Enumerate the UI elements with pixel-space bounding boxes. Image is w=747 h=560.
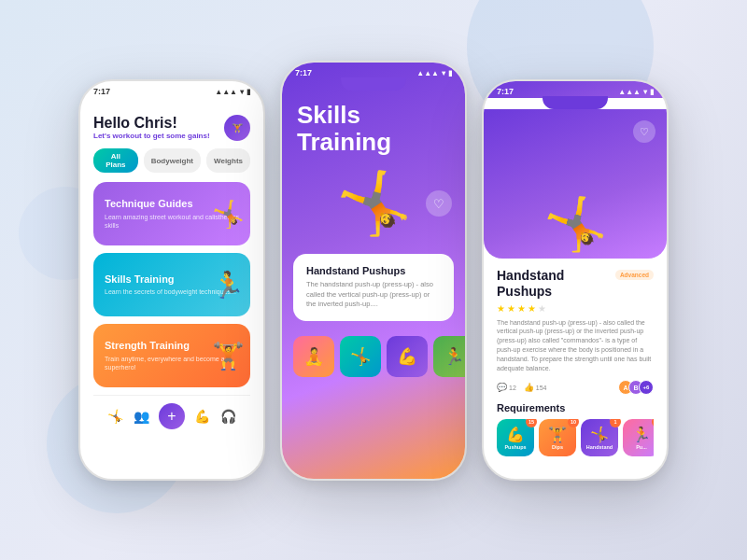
notch-center [341,77,406,91]
requirements-cards: 💪 Pushups 15 🏋 Dips 10 🤸 Handstand 1 🏃 P… [497,419,654,456]
req-handstand-badge: 1 [610,419,621,427]
right-exercise-title: Handstand Pushups [497,268,615,300]
status-icons-center: ▲▲▲ ▾ ▮ [416,69,452,77]
phone-left: 7:17 ▲▲▲ ▾ ▮ Hello Chris! Let's workout [78,79,265,481]
bottom-mini-cards: 🧘 🤸 💪 🏃 🏋 [282,329,465,385]
right-heart-button[interactable]: ♡ [633,120,655,143]
left-phone-content: Hello Chris! Let's workout to get some g… [80,109,263,437]
time-left: 7:17 [93,87,110,96]
nav-social-icon[interactable]: 👥 [134,409,149,424]
wifi-icon-right: ▾ [643,88,647,96]
right-hero-figure: 🤸 [543,194,608,259]
status-icons-left: ▲▲▲ ▾ ▮ [215,88,250,96]
notch-left [139,96,204,109]
engagement-row: 💬 12 👍 154 A B +6 [497,380,654,395]
skills-figure: 🏃 [212,270,245,301]
req-pu-label: Pu... [636,444,647,450]
phone-right: 7:17 ▲▲▲ ▾ ▮ 🤸 ♡ Handstand Pushups Advan… [482,79,669,481]
mini-card-0[interactable]: 🧘 [293,336,334,377]
greeting-subtitle: Let's workout to get some gains! [93,132,210,140]
star-1: ★ [497,303,505,314]
right-body: Handstand Pushups Advanced ★ ★ ★ ★ ★ The… [484,259,667,466]
greeting-title: Hello Chris! [93,115,210,132]
req-pushups-badge: 15 [526,419,537,427]
req-card-pu[interactable]: 🏃 Pu... 15 [623,419,654,456]
time-center: 7:17 [295,68,312,77]
strength-figure: 🏋 [212,341,245,371]
req-pu-icon: 🏃 [632,426,651,443]
req-card-handstand[interactable]: 🤸 Handstand 1 [581,419,618,456]
greeting-section: Hello Chris! Let's workout to get some g… [93,109,250,148]
stars-row: ★ ★ ★ ★ ★ [497,303,654,314]
center-exercise-desc: The handstand push-up (press-up) - also … [306,280,441,310]
tab-all-plans[interactable]: All Plans [93,148,138,173]
battery-icon: ▮ [247,88,250,96]
avatar-count: +6 [639,380,654,395]
tab-bodyweight[interactable]: Bodyweight [144,148,201,173]
battery-icon-right: ▮ [650,88,654,96]
req-pushups-label: Pushups [504,444,526,450]
phones-container: 7:17 ▲▲▲ ▾ ▮ Hello Chris! Let's workout [78,79,669,481]
req-dips-label: Dips [552,444,563,450]
signal-icon: ▲▲▲ [215,88,237,96]
tab-weights[interactable]: Weights [206,148,250,173]
phone-center: 7:17 ▲▲▲ ▾ ▮ Skills Training 🤸 ♡ [280,61,467,481]
nav-gym-icon[interactable]: 🤸 [107,409,123,424]
card-strength-training[interactable]: Strength Training Train anytime, everywh… [93,324,250,387]
greeting-header: Hello Chris! Let's workout to get some g… [93,115,250,141]
status-icons-right: ▲▲▲ ▾ ▮ [618,88,654,96]
req-dips-badge: 10 [568,419,579,427]
right-title-row: Handstand Pushups Advanced [497,268,654,300]
wifi-icon: ▾ [240,88,244,96]
notch-right [543,96,608,109]
avatar-stack: A B +6 [623,380,654,395]
time-right: 7:17 [497,87,514,96]
like-icon: 👍 [524,383,534,392]
mini-card-2[interactable]: 💪 [387,336,428,377]
req-dips-icon: 🏋 [548,426,567,443]
requirements-heading: Requirements [497,402,654,413]
user-avatar[interactable]: 🏋 [224,115,250,141]
star-5: ★ [538,303,546,314]
right-hero: 🤸 ♡ [484,109,667,259]
signal-icon-right: ▲▲▲ [618,88,641,96]
wifi-icon-center: ▾ [442,69,445,77]
star-3: ★ [517,303,526,314]
mini-card-3[interactable]: 🏃 [433,336,465,377]
subtitle-let: Let's [93,132,113,140]
handstand-figure: 🤸 [336,168,412,239]
card-technique-guides[interactable]: Technique Guides Learn amazing street wo… [93,182,250,245]
center-heart-button[interactable]: ♡ [426,190,452,217]
nav-audio-icon[interactable]: 🎧 [220,409,236,424]
comment-icon: 💬 [497,383,507,392]
difficulty-badge: Advanced [615,270,654,280]
subtitle-action: workout [113,132,142,140]
star-4: ★ [528,303,536,314]
technique-figure: 🤸 [212,199,245,230]
filter-tabs: All Plans Bodyweight Weights [93,148,250,173]
comments-count: 💬 12 [497,383,516,392]
nav-workout-icon[interactable]: 💪 [194,409,210,424]
req-handstand-icon: 🤸 [590,426,609,443]
center-exercise-title: Handstand Pushups [306,265,441,276]
greeting-text: Hello Chris! Let's workout to get some g… [93,115,210,140]
mini-card-1[interactable]: 🤸 [340,336,381,377]
card-skills-training[interactable]: Skills Training Learn the secrets of bod… [93,253,250,316]
req-card-pushups[interactable]: 💪 Pushups 15 [497,419,534,456]
center-hero-figure: 🤸 ♡ [282,161,465,246]
right-title-group: Handstand Pushups [497,268,615,300]
right-exercise-desc: The handstand push-up (press-up) - also … [497,318,654,373]
bottom-nav: 🤸 👥 + 💪 🎧 [93,395,250,437]
nav-add-button[interactable]: + [159,403,185,429]
likes-count: 👍 154 [524,383,547,392]
skills-training-title: Skills Training [282,91,465,161]
center-exercise-card[interactable]: Handstand Pushups The handstand push-up … [293,254,454,321]
star-2: ★ [507,303,515,314]
skills-title-line1: Skills Training [297,102,450,155]
req-card-dips[interactable]: 🏋 Dips 10 [539,419,576,456]
center-bg: 7:17 ▲▲▲ ▾ ▮ Skills Training 🤸 ♡ [282,63,465,479]
req-handstand-label: Handstand [586,444,613,450]
subtitle-end: to get some gains! [144,132,210,140]
signal-icon-center: ▲▲▲ [416,69,439,77]
battery-icon-center: ▮ [448,69,452,77]
